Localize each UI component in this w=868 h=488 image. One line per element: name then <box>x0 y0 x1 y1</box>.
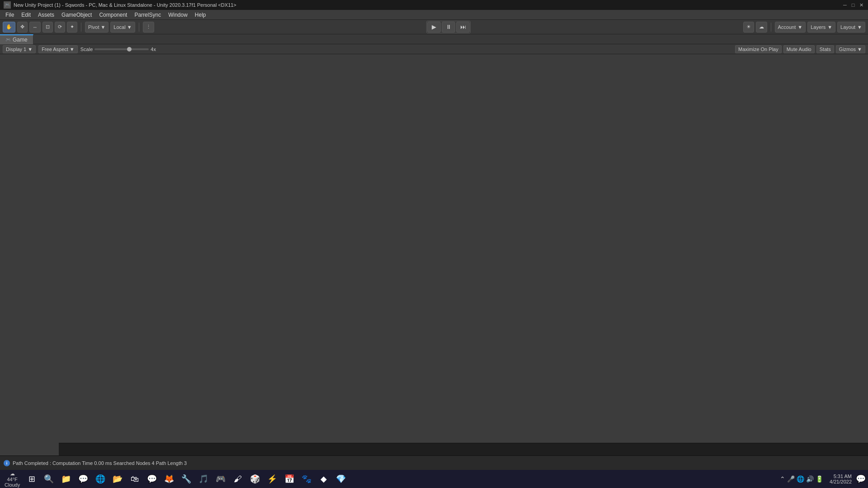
console-log-area <box>59 443 868 455</box>
aspect-label: Free Aspect <box>42 47 68 52</box>
notification-button[interactable]: 💬 <box>855 471 866 487</box>
scale-value: 4x <box>151 47 156 52</box>
mute-audio[interactable]: Mute Audio <box>783 45 815 53</box>
taskbar: ☁ 44°F Cloudy ⊞ 🔍 📁 💬 🌐 📂 🛍 💬 🦊 🔧 🎵 🎮 🖌 … <box>0 470 868 488</box>
tray-battery[interactable]: 🔋 <box>816 475 823 483</box>
display-dropdown[interactable]: Display 1 ▼ <box>3 45 36 53</box>
menu-window[interactable]: Window <box>165 11 191 19</box>
stats-label: Stats <box>820 47 831 52</box>
browser2-button[interactable]: 🦊 <box>161 471 177 487</box>
unity-button[interactable]: 🎮 <box>212 471 229 487</box>
edge-button[interactable]: 🌐 <box>92 471 108 487</box>
maximize-label: Maximize On Play <box>738 47 778 52</box>
app-icon: 🎮 <box>4 1 11 9</box>
console-bar: i Path Completed : Computation Time 0.00… <box>0 455 868 470</box>
calendar-button[interactable]: 📅 <box>281 471 297 487</box>
close-button[interactable]: ✕ <box>858 2 864 8</box>
paw-button[interactable]: 🐾 <box>298 471 315 487</box>
vs-button[interactable]: 💎 <box>333 471 349 487</box>
taskbar-clock[interactable]: 5:31 AM 4/21/2022 <box>827 474 854 484</box>
search-button[interactable]: 🔍 <box>41 471 57 487</box>
files-button[interactable]: 📁 <box>58 471 74 487</box>
pause-button[interactable]: ⏸ <box>442 22 455 33</box>
scale-label: Scale <box>80 47 93 52</box>
weather-icon: ☁ <box>10 471 15 477</box>
photoshop-button[interactable]: 🖌 <box>230 471 246 487</box>
mute-label: Mute Audio <box>787 47 811 52</box>
account-label: Account <box>778 24 796 30</box>
menu-assets[interactable]: Assets <box>34 11 58 19</box>
account-chevron: ▼ <box>797 24 802 30</box>
clock-time: 5:31 AM <box>834 474 852 479</box>
menu-file[interactable]: File <box>2 11 18 19</box>
stats-button[interactable]: Stats <box>816 45 834 53</box>
clock-date: 4/21/2022 <box>830 479 852 484</box>
start-button[interactable]: ⊞ <box>24 471 40 487</box>
explorer-button[interactable]: 📂 <box>109 471 126 487</box>
taskbar-weather[interactable]: ☁ 44°F Cloudy <box>2 471 23 488</box>
tray-mic[interactable]: 🎤 <box>787 475 795 483</box>
scale-thumb[interactable] <box>127 47 132 52</box>
app-button[interactable]: 🔧 <box>178 471 194 487</box>
tool-rect[interactable]: ⟳ <box>55 22 65 33</box>
title-bar: 🎮 New Unity Project (1) - Sqwords - PC, … <box>0 0 868 10</box>
tool-move[interactable]: ✥ <box>17 22 28 33</box>
maximize-on-play[interactable]: Maximize On Play <box>735 45 782 53</box>
discord-button[interactable]: 💬 <box>144 471 160 487</box>
tool-hand[interactable]: ✋ <box>3 22 15 33</box>
tool-transform[interactable]: ✦ <box>67 22 77 33</box>
sys-tray: ⌃ 🎤 🌐 🔊 🔋 <box>777 475 826 483</box>
menu-gameobject[interactable]: GameObject <box>58 11 95 19</box>
weather-temp: 44°F <box>7 477 17 482</box>
console-icon-label: i <box>6 461 8 465</box>
tray-volume[interactable]: 🔊 <box>806 475 814 483</box>
lightning-button[interactable]: ⚡ <box>264 471 280 487</box>
play-button[interactable]: ▶ <box>427 22 441 33</box>
menu-parrelsync[interactable]: ParrelSync <box>131 11 165 19</box>
gizmos-dropdown[interactable]: Gizmos ▼ <box>836 45 865 53</box>
tray-up-arrow[interactable]: ⌃ <box>780 475 785 483</box>
game-tab-icon: 🎮 <box>5 37 11 42</box>
window-controls: ─ □ ✕ <box>842 2 864 8</box>
menu-help[interactable]: Help <box>191 11 210 19</box>
maximize-button[interactable]: □ <box>850 2 856 8</box>
window-title: New Unity Project (1) - Sqwords - PC, Ma… <box>14 2 842 8</box>
snap-button[interactable]: ⋮ <box>143 22 154 33</box>
account-dropdown[interactable]: Account ▼ <box>775 22 806 33</box>
menu-component[interactable]: Component <box>95 11 131 19</box>
gizmos-label: Gizmos <box>839 47 856 52</box>
separator-1 <box>81 23 81 32</box>
pivot-label: Pivot <box>88 24 99 30</box>
local-button[interactable]: Local ▼ <box>110 22 135 33</box>
aspect-chevron: ▼ <box>70 47 75 52</box>
media-button[interactable]: 🎵 <box>195 471 212 487</box>
step-button[interactable]: ⏭ <box>456 22 470 33</box>
weather-desc: Cloudy <box>5 482 20 488</box>
collab-button[interactable]: ☁ <box>756 22 767 33</box>
separator-3 <box>771 23 771 32</box>
menu-edit[interactable]: Edit <box>18 11 34 19</box>
teams-button[interactable]: 💬 <box>75 471 91 487</box>
pivot-button[interactable]: Pivot ▼ <box>85 22 108 33</box>
layers-dropdown[interactable]: Layers ▼ <box>807 22 835 33</box>
store-button[interactable]: 🛍 <box>127 471 143 487</box>
unity2-button[interactable]: ◆ <box>316 471 332 487</box>
display-label: Display 1 <box>6 47 26 52</box>
local-chevron: ▼ <box>127 24 132 30</box>
display-chevron: ▼ <box>28 47 33 52</box>
pivot-chevron: ▼ <box>100 24 105 30</box>
minimize-button[interactable]: ─ <box>842 2 848 8</box>
aspect-dropdown[interactable]: Free Aspect ▼ <box>38 45 78 53</box>
console-info-icon: i <box>4 460 10 466</box>
layers-chevron: ▼ <box>827 24 832 30</box>
tab-game[interactable]: 🎮 Game <box>0 34 33 44</box>
tool-scale[interactable]: ⊡ <box>42 22 53 33</box>
steam-button[interactable]: 🎲 <box>247 471 263 487</box>
lighting-button[interactable]: ☀ <box>743 22 754 33</box>
layers-label: Layers <box>811 24 826 30</box>
tool-rotate[interactable]: ↔ <box>29 22 41 33</box>
layout-dropdown[interactable]: Layout ▼ <box>837 22 865 33</box>
scale-track[interactable] <box>94 48 149 50</box>
gizmos-chevron: ▼ <box>857 47 862 52</box>
tray-network[interactable]: 🌐 <box>797 475 804 483</box>
